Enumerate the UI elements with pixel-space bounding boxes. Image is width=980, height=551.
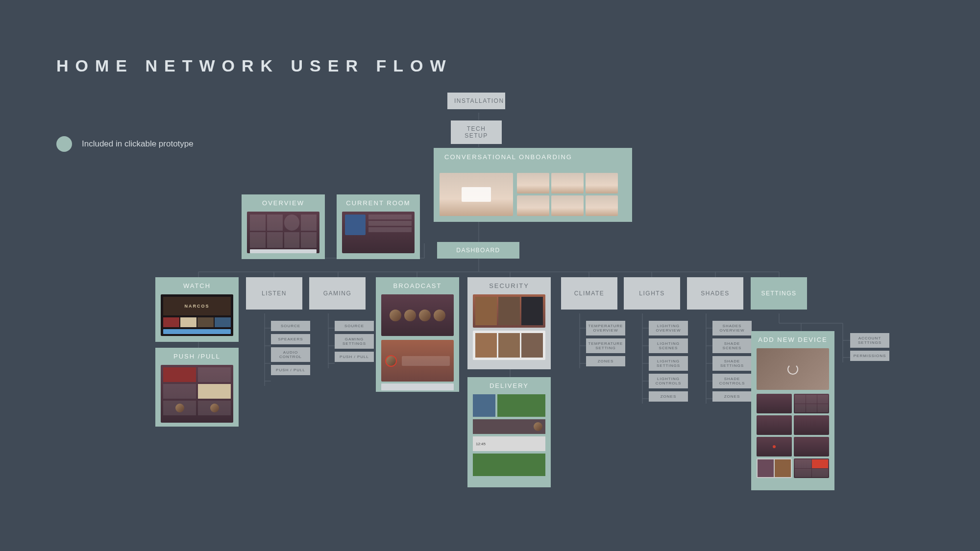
node-climate: CLIMATE	[561, 277, 617, 310]
card-push-pull: PUSH /PULL	[155, 348, 239, 427]
page-title: HOME NETWORK USER FLOW	[56, 56, 453, 75]
legend-label: Included in clickable prototype	[82, 139, 194, 149]
sub-listen-0: SOURCE	[271, 321, 310, 331]
sub-gaming-1: GAMING SETTINGS	[335, 334, 374, 349]
card-add-new-device: ADD NEW DEVICE	[751, 331, 834, 490]
sub-lights-4: ZONES	[649, 391, 688, 402]
card-broadcast: BROADCAST	[376, 277, 459, 392]
sub-lights-0: LIGHTING OVERVIEW	[649, 321, 688, 335]
card-title: CURRENT ROOM	[342, 199, 415, 207]
sub-gaming-0: SOURCE	[335, 321, 374, 331]
sub-shades-4: ZONES	[712, 391, 752, 402]
watch-brand: NARCOS	[184, 304, 209, 309]
sub-climate-2: ZONES	[586, 356, 625, 366]
card-delivery: DELIVERY 12:45	[467, 377, 551, 487]
sub-gaming-2: PUSH / PULL	[335, 352, 374, 362]
node-tech-setup: TECH SETUP	[451, 120, 502, 144]
sub-settings-1: PERMISSIONS	[850, 351, 889, 361]
card-overview: OVERVIEW	[242, 194, 325, 259]
sub-lights-2: LIGHTING SETTINGS	[649, 356, 688, 371]
node-dashboard: DASHBOARD	[437, 242, 519, 259]
card-security: SECURITY	[467, 277, 551, 369]
card-watch: WATCH NARCOS	[155, 277, 239, 342]
card-title: SECURITY	[472, 282, 546, 289]
sub-shades-1: SHADE SCENES	[712, 338, 752, 353]
sub-listen-3: PUSH / PULL	[271, 365, 310, 375]
stack-listen: SOURCE SPEAKERS AUDIO CONTROL PUSH / PUL…	[271, 321, 310, 378]
sub-shades-0: SHADES OVERVIEW	[712, 321, 752, 335]
card-current-room: CURRENT ROOM	[337, 194, 420, 259]
card-title: OVERVIEW	[246, 199, 320, 207]
node-gaming: GAMING	[309, 277, 366, 310]
stack-gaming: SOURCE GAMING SETTINGS PUSH / PULL	[335, 321, 374, 365]
card-title: ADD NEW DEVICE	[756, 336, 830, 343]
sub-listen-2: AUDIO CONTROL	[271, 347, 310, 362]
legend-dot-icon	[56, 136, 72, 152]
stack-settings-right: ACCOUNT SETTINGS PERMISSIONS	[850, 333, 889, 364]
sub-lights-1: LIGHTING SCENES	[649, 338, 688, 353]
card-title: DELIVERY	[472, 382, 546, 389]
stack-climate: TEMPERATURE OVERVIEW TEMPERATURE SETTING…	[586, 321, 625, 369]
sub-shades-2: SHADE SETTINGS	[712, 356, 752, 371]
legend: Included in clickable prototype	[56, 136, 194, 152]
sub-settings-0: ACCOUNT SETTINGS	[850, 333, 889, 348]
card-title: BROADCAST	[381, 282, 454, 289]
node-settings: SETTINGS	[751, 277, 807, 310]
node-installation: INSTALLATION	[447, 93, 505, 109]
sub-lights-3: LIGHTING CONTROLS	[649, 374, 688, 388]
card-title: PUSH /PULL	[160, 353, 234, 360]
node-lights: LIGHTS	[624, 277, 680, 310]
node-listen: LISTEN	[246, 277, 302, 310]
sub-shades-3: SHADE CONTROLS	[712, 374, 752, 388]
stack-shades: SHADES OVERVIEW SHADE SCENES SHADE SETTI…	[712, 321, 752, 405]
sub-climate-0: TEMPERATURE OVERVIEW	[586, 321, 625, 335]
sub-listen-1: SPEAKERS	[271, 334, 310, 344]
stack-lights: LIGHTING OVERVIEW LIGHTING SCENES LIGHTI…	[649, 321, 688, 405]
node-shades: SHADES	[687, 277, 743, 310]
sub-climate-1: TEMPERATURE SETTING	[586, 338, 625, 353]
card-title: CONVERSATIONAL ONBOARDING	[444, 153, 627, 162]
card-title: WATCH	[160, 282, 234, 289]
card-conversational-onboarding: CONVERSATIONAL ONBOARDING	[434, 148, 632, 222]
